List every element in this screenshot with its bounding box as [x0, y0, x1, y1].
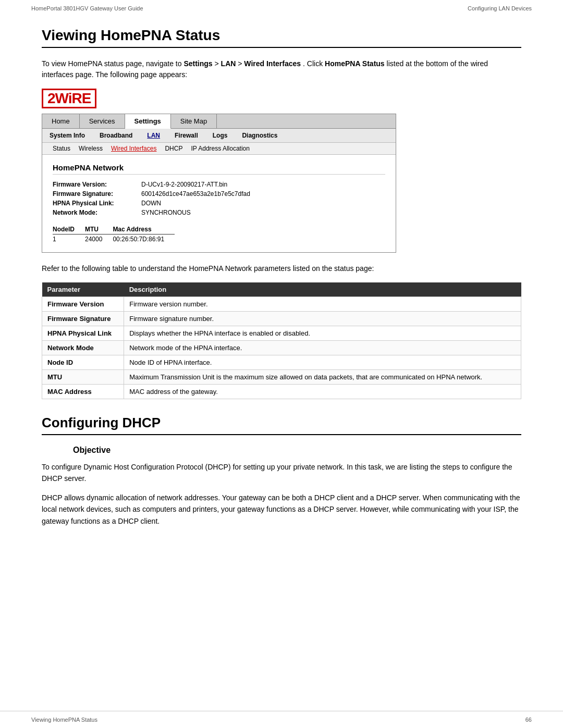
intro-bold-settings: Settings	[183, 59, 212, 68]
param-node-id: Node ID	[42, 355, 124, 370]
section1-intro: To view HomePNA status page, navigate to…	[42, 58, 521, 80]
param-fw-sig: Firmware Signature	[42, 312, 124, 326]
intro-text-2: . Click	[303, 59, 325, 68]
param-fw-version: Firmware Version	[42, 297, 124, 312]
sub-nav: System Info Broadband LAN Firewall Logs …	[42, 129, 396, 143]
desc-fw-sig: Firmware signature number.	[124, 312, 521, 326]
info-grid: Firmware Version: D-UCv1-9-2-20090217-AT…	[53, 181, 385, 216]
param-table-header-desc: Description	[124, 282, 521, 297]
value-firmware-sig: 6001426d1ce47ae653a2e1b7e5c7dfad	[141, 190, 385, 198]
param-table-header-param: Parameter	[42, 282, 124, 297]
label-firmware-sig: Firmware Signature:	[53, 190, 136, 198]
nav-tab-services[interactable]: Services	[80, 114, 125, 128]
body-text-2: DHCP allows dynamic allocation of networ…	[42, 492, 521, 527]
value-hpna-link: DOWN	[141, 200, 385, 207]
param-mtu: MTU	[42, 370, 124, 385]
subsection-objective: Objective	[73, 446, 521, 455]
label-firmware-version: Firmware Version:	[53, 181, 136, 188]
node-val-mac: 00:26:50:7D:86:91	[113, 235, 175, 244]
node-table: NodeID MTU Mac Address 1 24000 00:26:50:…	[53, 225, 175, 244]
main-content: Viewing HomePNA Status To view HomePNA s…	[0, 17, 563, 555]
logo-container: 2WiRE	[42, 89, 521, 108]
table-row: HPNA Physical Link Displays whether the …	[42, 326, 521, 341]
desc-fw-version: Firmware version number.	[124, 297, 521, 312]
intro-bold-wired: Wired Interfaces	[244, 59, 301, 68]
desc-mac: MAC address of the gateway.	[124, 385, 521, 399]
sub-nav-sysinfo[interactable]: System Info	[47, 131, 87, 140]
header-left: HomePortal 3801HGV Gateway User Guide	[31, 5, 143, 11]
intro-bold-lan: LAN	[221, 59, 236, 68]
tertiary-dhcp[interactable]: DHCP	[165, 145, 182, 152]
node-col-nodeid: NodeID	[53, 225, 85, 235]
label-hpna-link: HPNA Physical Link:	[53, 200, 136, 207]
table-row: Node ID Node ID of HPNA interface.	[42, 355, 521, 370]
device-section-title: HomePNA Network	[53, 163, 385, 175]
device-content: HomePNA Network Firmware Version: D-UCv1…	[42, 155, 396, 252]
body-text-1: To configure Dynamic Host Configuration …	[42, 461, 521, 485]
table-row: Firmware Version Firmware version number…	[42, 297, 521, 312]
intro-text-1: To view HomePNA status page, navigate to	[42, 59, 183, 68]
page-footer: Viewing HomePNA Status 66	[0, 711, 563, 728]
node-val-id: 1	[53, 235, 85, 244]
section1-title: Viewing HomePNA Status	[42, 27, 521, 48]
tertiary-nav: Status Wireless Wired Interfaces DHCP IP…	[42, 143, 396, 155]
intro-bold-homepna: HomePNA Status	[325, 59, 385, 68]
param-network-mode: Network Mode	[42, 341, 124, 355]
table-row: Network Mode Network mode of the HPNA in…	[42, 341, 521, 355]
section2-title: Configuring DHCP	[42, 415, 521, 435]
sub-nav-broadband[interactable]: Broadband	[97, 131, 134, 140]
sub-nav-lan[interactable]: LAN	[145, 131, 162, 140]
sub-nav-diagnostics[interactable]: Diagnostics	[240, 131, 279, 140]
table-row: MTU Maximum Transmission Unit is the max…	[42, 370, 521, 385]
nav-tab-home[interactable]: Home	[42, 114, 80, 128]
value-firmware-version: D-UCv1-9-2-20090217-ATT.bin	[141, 181, 385, 188]
sub-nav-logs[interactable]: Logs	[211, 131, 230, 140]
sub-nav-firewall[interactable]: Firewall	[173, 131, 200, 140]
nav-tab-sitemap[interactable]: Site Map	[171, 114, 217, 128]
nav-tab-settings[interactable]: Settings	[125, 114, 171, 129]
param-hpna-link: HPNA Physical Link	[42, 326, 124, 341]
intro-sep-2: >	[238, 59, 244, 68]
tertiary-ipalloc[interactable]: IP Address Allocation	[191, 145, 250, 152]
desc-mtu: Maximum Transmission Unit is the maximum…	[124, 370, 521, 385]
page-header: HomePortal 3801HGV Gateway User Guide Co…	[0, 0, 563, 17]
node-row-1: 1 24000 00:26:50:7D:86:91	[53, 235, 175, 244]
value-network-mode: SYNCHRONOUS	[141, 209, 385, 216]
table-row: MAC Address MAC address of the gateway.	[42, 385, 521, 399]
desc-hpna-link: Displays whether the HPNA interface is e…	[124, 326, 521, 341]
node-val-mtu: 24000	[85, 235, 113, 244]
intro-sep-1: >	[215, 59, 221, 68]
label-network-mode: Network Mode:	[53, 209, 136, 216]
footer-right: 66	[525, 717, 532, 723]
desc-node-id: Node ID of HPNA interface.	[124, 355, 521, 370]
node-col-mac: Mac Address	[113, 225, 175, 235]
nav-tabs-outer: Home Services Settings Site Map	[42, 114, 396, 129]
tertiary-wireless[interactable]: Wireless	[79, 145, 103, 152]
2wire-logo: 2WiRE	[42, 89, 96, 108]
table-row: Firmware Signature Firmware signature nu…	[42, 312, 521, 326]
device-ui: Home Services Settings Site Map System I…	[42, 114, 396, 253]
param-table: Parameter Description Firmware Version F…	[42, 282, 521, 399]
tertiary-wired[interactable]: Wired Interfaces	[111, 145, 156, 152]
desc-network-mode: Network mode of the HPNA interface.	[124, 341, 521, 355]
ref-text: Refer to the following table to understa…	[42, 263, 521, 274]
header-right: Configuring LAN Devices	[468, 5, 532, 11]
footer-left: Viewing HomePNA Status	[31, 717, 97, 723]
tertiary-status[interactable]: Status	[53, 145, 70, 152]
node-col-mtu: MTU	[85, 225, 113, 235]
param-mac: MAC Address	[42, 385, 124, 399]
